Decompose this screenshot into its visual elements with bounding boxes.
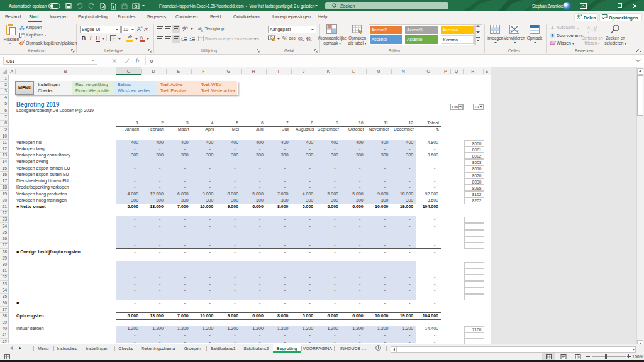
- svg-text:ab: ab: [198, 26, 202, 30]
- svg-text:A: A: [587, 26, 590, 30]
- svg-text:€0: €0: [306, 36, 311, 40]
- svg-text:ab: ab: [182, 26, 186, 30]
- svg-text:Z: Z: [587, 30, 590, 34]
- svg-text:€0: €0: [298, 36, 303, 40]
